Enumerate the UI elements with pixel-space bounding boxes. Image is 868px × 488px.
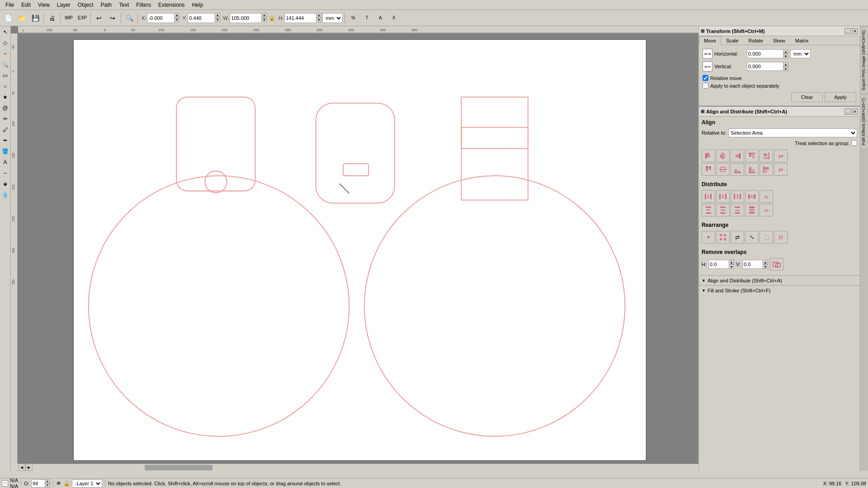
ellipse-tool[interactable]: ○ <box>0 81 10 91</box>
tab-scale[interactable]: Scale <box>721 36 744 45</box>
gradient-tool[interactable]: ◈ <box>0 179 10 189</box>
rearrange-random-btn[interactable]: ⤡ <box>745 231 759 244</box>
w-input[interactable] <box>230 13 261 23</box>
dist-text-v-btn[interactable]: ya <box>760 204 773 216</box>
vertical-input[interactable] <box>747 62 783 71</box>
apply-each-checkbox[interactable] <box>703 83 708 89</box>
w-spin-up[interactable]: ▲ <box>261 13 267 18</box>
overlap-v-spin-down[interactable]: ▼ <box>763 264 768 269</box>
y-spin-down[interactable]: ▼ <box>215 18 220 22</box>
calligraphy-tool[interactable]: ✒ <box>0 136 10 145</box>
x-spin-down[interactable]: ▼ <box>174 18 179 22</box>
overlap-v-spin-up[interactable]: ▲ <box>763 260 768 264</box>
align-btn2[interactable]: A <box>374 12 387 24</box>
align-distribute-collapsed[interactable]: ▼ Align and Distribute (Shift+Ctrl+A) <box>699 275 860 285</box>
pen-tool[interactable]: 🖊 <box>0 125 10 135</box>
h-spin-up[interactable]: ▲ <box>316 13 321 18</box>
xml-btn[interactable]: X <box>387 12 400 24</box>
layer-select[interactable]: -Layer 1 <box>72 479 102 488</box>
opacity-spin-down[interactable]: ▼ <box>45 483 50 488</box>
dist-top-btn[interactable] <box>702 204 715 216</box>
transform-panel-header[interactable]: ⊞ Transform (Shift+Ctrl+M) _ × <box>699 26 860 36</box>
align-right-anchor-btn[interactable] <box>760 150 773 162</box>
align-bottom-anchor-btn[interactable] <box>745 163 759 176</box>
page-right-btn[interactable]: ▶ <box>25 464 33 471</box>
rect-tool[interactable]: ▭ <box>0 70 10 80</box>
align-left-anchor-btn[interactable] <box>760 163 773 176</box>
transform-close-btn[interactable]: × <box>852 28 858 34</box>
align-top-edges-btn[interactable] <box>702 163 715 176</box>
align-left-edges-btn[interactable] <box>702 150 715 162</box>
rearrange-star-btn[interactable]: ✦ <box>702 231 715 244</box>
dist-right-btn[interactable] <box>731 190 744 203</box>
export-png-tab[interactable]: Export PNG Image (Shift+Ctrl+E) <box>860 26 868 94</box>
align-panel-header[interactable]: ⊞ Align and Distribute (Shift+Ctrl+A) _ … <box>699 107 860 117</box>
path-effects-tab[interactable]: Path Effects (Shift+Ctrl+7) <box>860 94 868 149</box>
export-btn[interactable]: EXP <box>76 12 89 24</box>
undo-btn[interactable]: ↩ <box>93 12 105 24</box>
relative-to-select[interactable]: Selection Area First selected Last selec… <box>728 128 857 137</box>
menu-help[interactable]: Help <box>189 1 207 9</box>
align-right-edges-btn[interactable] <box>731 150 744 162</box>
h-input[interactable] <box>284 13 316 23</box>
lock-aspect-btn[interactable]: 🔒 <box>268 14 276 22</box>
w-spin-down[interactable]: ▼ <box>261 18 267 22</box>
tab-move[interactable]: Move <box>699 36 721 45</box>
overlap-h-spin-up[interactable]: ▲ <box>729 260 734 264</box>
horizontal-spin-up[interactable]: ▲ <box>783 49 788 54</box>
menu-view[interactable]: View <box>34 1 53 9</box>
connector-tool[interactable]: ↔ <box>0 168 10 178</box>
opacity-input[interactable] <box>31 479 45 488</box>
dist-gap-v-btn[interactable] <box>745 204 759 216</box>
menu-path[interactable]: Path <box>97 1 116 9</box>
vertical-spin-up[interactable]: ▲ <box>783 62 788 66</box>
hscroll[interactable] <box>18 464 698 471</box>
save-btn[interactable]: 💾 <box>29 12 42 24</box>
align-center-h-btn[interactable] <box>716 163 730 176</box>
menu-filters[interactable]: Filters <box>132 1 155 9</box>
opacity-spin-up[interactable]: ▲ <box>45 479 50 483</box>
align-top-anchor-btn[interactable] <box>745 150 759 162</box>
node-tool[interactable]: ◇ <box>0 38 10 48</box>
horizontal-input[interactable] <box>747 49 783 58</box>
hscroll-thumb[interactable] <box>145 465 212 470</box>
align-text-anchor-btn[interactable]: ya <box>774 163 788 176</box>
transform-unit-select[interactable]: mm px <box>790 49 811 58</box>
h-spin-down[interactable]: ▼ <box>316 18 321 22</box>
menu-extensions[interactable]: Extensions <box>155 1 189 9</box>
rearrange-sort-btn[interactable]: ⬚ <box>760 231 773 244</box>
rearrange-snap-btn[interactable]: ⊟ <box>774 231 788 244</box>
apply-button[interactable]: Apply <box>825 92 856 102</box>
dist-text-h-btn[interactable]: ay <box>760 190 773 203</box>
menu-file[interactable]: File <box>2 1 18 9</box>
overlap-v-input[interactable] <box>742 260 763 269</box>
tab-rotate[interactable]: Rotate <box>743 36 768 45</box>
horizontal-spin-down[interactable]: ▼ <box>783 54 788 58</box>
dist-middle-btn[interactable] <box>716 204 730 216</box>
remove-overlaps-btn[interactable] <box>770 258 783 271</box>
menu-text[interactable]: Text <box>115 1 132 9</box>
bucket-tool[interactable]: 🪣 <box>0 146 10 156</box>
x-spin-up[interactable]: ▲ <box>174 13 179 18</box>
pencil-tool[interactable]: ✏ <box>0 114 10 124</box>
new-btn[interactable]: 📄 <box>2 12 14 24</box>
lock-layer-btn[interactable]: 🔒 <box>63 480 70 487</box>
tab-matrix[interactable]: Matrix <box>790 36 814 45</box>
text-tool[interactable]: A <box>0 157 10 167</box>
y-spin-up[interactable]: ▲ <box>215 13 220 18</box>
menu-edit[interactable]: Edit <box>18 1 34 9</box>
align-text-baseline-btn[interactable]: ya <box>774 150 788 162</box>
y-input[interactable] <box>188 13 215 23</box>
align-close-btn[interactable]: × <box>852 108 858 115</box>
dist-bottom-btn[interactable] <box>731 204 744 216</box>
tab-skew[interactable]: Skew <box>768 36 790 45</box>
menu-layer[interactable]: Layer <box>53 1 74 9</box>
select-tool[interactable]: ↖ <box>0 27 10 37</box>
zoom-in-btn[interactable]: 🔍 <box>123 12 136 24</box>
unit-select[interactable]: mm px in cm <box>322 13 343 23</box>
canvas-drawing-area[interactable] <box>18 33 698 464</box>
import-btn[interactable]: IMP <box>62 12 75 24</box>
x-input[interactable] <box>147 13 174 23</box>
zoom-tool[interactable]: 🔍 <box>0 60 10 70</box>
open-btn[interactable]: 📁 <box>15 12 28 24</box>
